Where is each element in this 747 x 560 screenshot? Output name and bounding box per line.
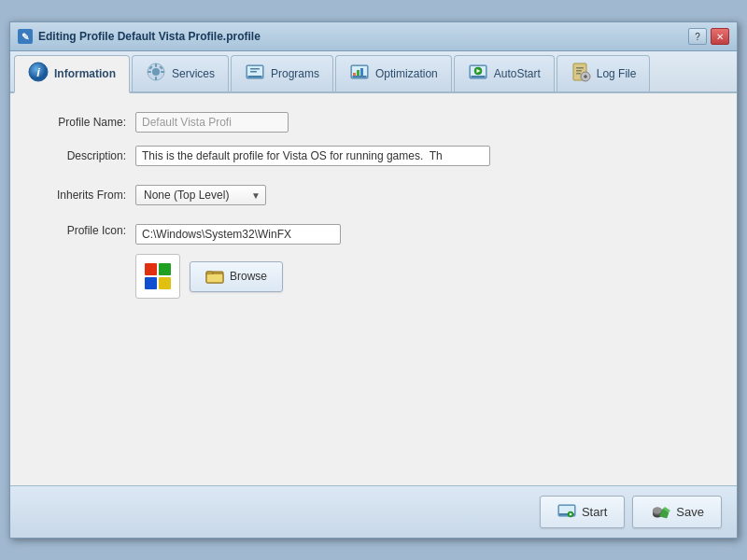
optimization-tab-icon [349, 62, 370, 86]
svg-rect-14 [250, 71, 257, 73]
browse-button-label: Browse [230, 270, 267, 283]
svg-rect-36 [159, 277, 171, 289]
tab-programs[interactable]: Programs [231, 55, 333, 91]
services-tab-label: Services [172, 67, 215, 80]
svg-rect-34 [159, 263, 171, 275]
svg-rect-25 [472, 76, 485, 77]
profile-icon-label: Profile Icon: [33, 224, 135, 237]
icon-preview-box [135, 254, 180, 299]
svg-rect-32 [576, 73, 581, 75]
inherits-from-select[interactable]: None (Top Level) Custom Profile 1 Custom… [135, 185, 266, 205]
programs-tab-label: Programs [271, 67, 319, 80]
svg-rect-5 [155, 77, 157, 80]
svg-rect-12 [248, 76, 261, 77]
services-tab-icon [146, 62, 166, 86]
programs-tab-icon [245, 62, 265, 86]
tab-information[interactable]: i Information [14, 55, 130, 93]
content-area: Profile Name: Description: Inherits From… [10, 93, 737, 485]
profile-name-label: Profile Name: [33, 116, 135, 129]
svg-rect-4 [155, 63, 157, 67]
tab-optimization[interactable]: Optimization [335, 55, 452, 91]
tab-services[interactable]: Services [132, 55, 229, 91]
svg-rect-20 [353, 76, 366, 77]
footer: Start Save [10, 485, 737, 538]
close-button[interactable]: ✕ [711, 28, 729, 45]
svg-rect-18 [357, 70, 359, 76]
autostart-tab-icon [468, 62, 488, 86]
svg-rect-7 [161, 71, 164, 73]
profile-icon-path-input[interactable] [135, 224, 341, 245]
browse-folder-icon [205, 267, 224, 287]
window-icon: ✎ [18, 29, 33, 44]
description-input[interactable] [135, 146, 490, 166]
description-row: Description: [33, 146, 714, 166]
profile-name-input[interactable] [135, 112, 289, 133]
optimization-tab-label: Optimization [375, 67, 438, 80]
svg-rect-39 [206, 272, 213, 274]
title-bar: ✎ Editing Profile Default Vista Profile.… [10, 22, 737, 51]
svg-rect-30 [576, 67, 584, 69]
profile-icon-path-row: Profile Icon: [33, 224, 714, 245]
information-tab-icon: i [28, 62, 49, 86]
svg-rect-13 [250, 68, 260, 70]
autostart-tab-label: AutoStart [494, 67, 541, 80]
window-title: Editing Profile Default Vista Profile.pr… [38, 30, 261, 43]
title-bar-buttons: ? ✕ [688, 28, 729, 45]
svg-rect-17 [353, 73, 356, 76]
svg-rect-35 [145, 277, 157, 289]
svg-rect-33 [145, 263, 157, 275]
inherits-from-dropdown-wrapper: None (Top Level) Custom Profile 1 Custom… [135, 185, 266, 205]
inherits-from-row: Inherits From: None (Top Level) Custom P… [33, 185, 714, 205]
save-button-label: Save [676, 505, 704, 519]
save-button-icon [650, 501, 670, 523]
profile-name-row: Profile Name: [33, 112, 714, 133]
svg-point-3 [152, 68, 160, 76]
start-button-label: Start [582, 505, 607, 519]
icon-preview-row: Browse [135, 254, 714, 299]
tab-logfile[interactable]: Log File [557, 55, 651, 91]
svg-rect-6 [148, 71, 151, 73]
windows-flag-icon [143, 261, 173, 291]
save-button[interactable]: Save [632, 496, 722, 528]
start-button[interactable]: Start [540, 496, 625, 528]
start-button-icon [557, 503, 576, 521]
svg-rect-19 [360, 68, 363, 76]
svg-rect-40 [207, 274, 222, 282]
title-bar-left: ✎ Editing Profile Default Vista Profile.… [18, 29, 261, 44]
description-label: Description: [33, 149, 135, 162]
svg-text:i: i [36, 65, 40, 79]
main-window: ✎ Editing Profile Default Vista Profile.… [9, 21, 738, 539]
logfile-tab-icon [571, 62, 591, 86]
help-button[interactable]: ? [688, 28, 707, 45]
browse-button[interactable]: Browse [190, 261, 283, 292]
tab-autostart[interactable]: AutoStart [454, 55, 555, 91]
logfile-tab-label: Log File [597, 67, 637, 80]
svg-rect-31 [576, 70, 582, 72]
information-tab-label: Information [54, 67, 116, 80]
tabs-bar: i Information Services [10, 51, 737, 93]
inherits-from-label: Inherits From: [33, 189, 135, 202]
